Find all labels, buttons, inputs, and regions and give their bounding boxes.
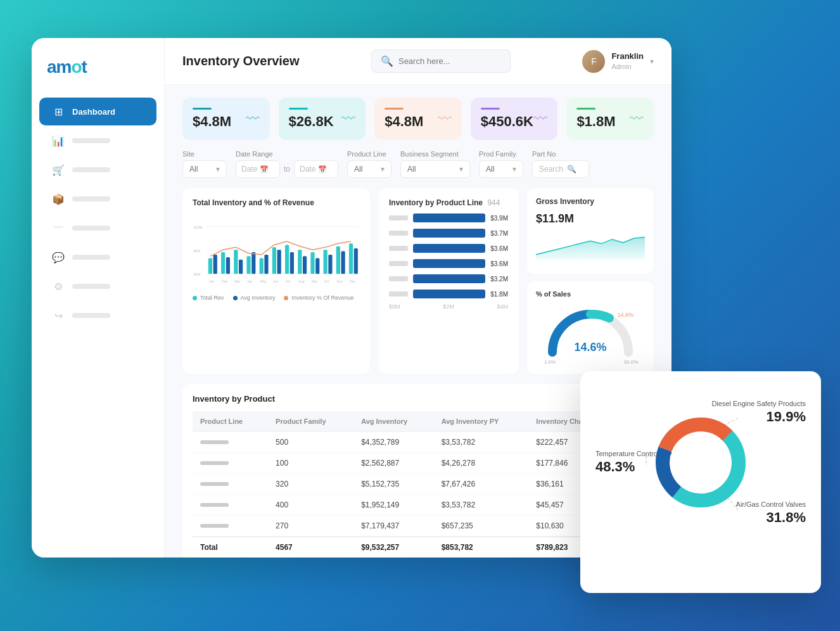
nav-line xyxy=(72,313,110,318)
svg-text:May: May xyxy=(260,279,267,283)
filter-site-select[interactable]: All ▾ xyxy=(182,160,227,178)
svg-rect-25 xyxy=(328,255,332,274)
date-from-input[interactable]: Date 📅 xyxy=(236,160,280,178)
svg-text:Sep: Sep xyxy=(311,279,317,283)
table-row: 400 $1,952,149 $3,53,782 $45,457 xyxy=(193,495,644,516)
filter-partno-search[interactable]: Search 🔍 xyxy=(532,160,589,178)
inventory-table: Product Line Product Family Avg Inventor… xyxy=(193,411,644,558)
th-product-family: Product Family xyxy=(268,411,353,432)
table-row: 270 $7,179,437 $657,235 $10,630 xyxy=(193,516,644,537)
filter-part-no: Part No Search 🔍 xyxy=(532,150,589,178)
svg-text:20.0%: 20.0% xyxy=(624,359,639,365)
sidebar-item-products[interactable]: 📦 xyxy=(39,185,156,213)
sidebar-item-trends[interactable]: 〰 xyxy=(39,214,156,242)
svg-text:Dec: Dec xyxy=(350,279,356,283)
svg-rect-12 xyxy=(246,256,250,274)
pl-bar-fill xyxy=(413,274,485,283)
search-input[interactable] xyxy=(398,56,501,66)
gross-inventory-title: Gross Inventory xyxy=(536,197,645,206)
kpi-left: $4.8M xyxy=(385,108,423,130)
filter-bs-label: Business Segment xyxy=(400,150,470,158)
table-body: 500 $4,352,789 $3,53,782 $222,457 100 $2… xyxy=(193,432,644,558)
kpi-card-1: $26.8K 〰 xyxy=(279,98,366,140)
sidebar-item-analytics[interactable]: 📊 xyxy=(39,127,156,155)
svg-rect-10 xyxy=(234,250,238,274)
donut-labels: Temperature Control Valves 48.3% Diesel … xyxy=(595,386,806,539)
products-icon: 📦 xyxy=(52,193,65,205)
sidebar-item-settings[interactable]: ⚙ xyxy=(39,272,156,300)
kpi-left: $1.8M xyxy=(576,108,615,130)
svg-rect-9 xyxy=(226,257,230,274)
svg-text:Jan: Jan xyxy=(209,279,215,283)
kpi-left: $26.8K xyxy=(289,108,334,130)
date-to-value: Date xyxy=(300,165,315,174)
analytics-icon: 📊 xyxy=(52,134,65,147)
cell-avg-inv-py: $3,53,782 xyxy=(434,432,529,453)
svg-text:Oct: Oct xyxy=(324,279,329,283)
chevron-down-icon: ▾ xyxy=(381,165,385,174)
pl-x-axis: $0M $2M $4M xyxy=(389,303,508,310)
filter-pf-select[interactable]: All ▾ xyxy=(479,160,523,178)
kpi-bar xyxy=(289,108,308,110)
kpi-value-2: $4.8M xyxy=(385,113,423,130)
sidebar-item-dashboard[interactable]: ⊞ Dashboard xyxy=(39,98,156,125)
sales-card: % of Sales 14.6% 1.0% xyxy=(527,281,654,374)
svg-text:Nov: Nov xyxy=(337,279,343,283)
svg-rect-23 xyxy=(315,258,319,274)
kpi-trend-icon-4: 〰 xyxy=(630,111,644,127)
cell-total-family: 4567 xyxy=(268,537,353,558)
svg-rect-27 xyxy=(341,252,345,274)
th-avg-inv: Avg Inventory xyxy=(353,411,434,432)
chevron-down-icon[interactable]: ▾ xyxy=(650,57,654,66)
sales-title: % of Sales xyxy=(536,290,645,298)
gross-inventory-value: $11.9M xyxy=(536,212,645,226)
search-bar[interactable]: 🔍 xyxy=(371,49,511,73)
nav-line xyxy=(72,196,110,201)
svg-rect-26 xyxy=(336,246,340,274)
dashboard-icon: ⊞ xyxy=(52,105,65,118)
svg-point-50 xyxy=(670,432,731,493)
cell-pl xyxy=(193,432,268,453)
nav-line xyxy=(72,138,110,143)
logout-icon: ↪ xyxy=(52,309,65,322)
kpi-value-4: $1.8M xyxy=(576,113,615,130)
sidebar-item-orders[interactable]: 🛒 xyxy=(39,156,156,184)
kpi-trend-icon-2: 〰 xyxy=(438,111,452,127)
table-row: 100 $2,562,887 $4,26,278 $177,846 xyxy=(193,453,644,474)
pl-bar-value-0: $3.9M xyxy=(490,215,508,222)
filter-pf-label: Prod Family xyxy=(479,150,523,158)
filter-partno-label: Part No xyxy=(532,150,589,158)
filter-pl-label: Product Line xyxy=(347,150,391,158)
filter-bs-select[interactable]: All ▾ xyxy=(400,160,470,178)
trends-icon: 〰 xyxy=(52,222,65,234)
svg-text:$5M: $5M xyxy=(194,249,201,253)
kpi-left: $450.6K xyxy=(481,108,533,130)
cell-family: 270 xyxy=(268,516,353,537)
svg-rect-7 xyxy=(213,255,217,274)
cell-family: 320 xyxy=(268,474,353,495)
gross-inventory-card: Gross Inventory $11.9M xyxy=(527,188,654,274)
sidebar-item-logout[interactable]: ↪ xyxy=(39,302,156,329)
product-line-title: Inventory by Product Line 944 xyxy=(389,198,508,207)
cell-avg-inv-py: $4,26,278 xyxy=(434,453,529,474)
svg-text:$10M: $10M xyxy=(194,226,203,229)
nav-line xyxy=(72,284,110,289)
filter-pl-select[interactable]: All ▾ xyxy=(347,160,391,178)
pl-bar-fill xyxy=(413,214,485,222)
table-total-row: Total 4567 $9,532,257 $853,782 $789,823 xyxy=(193,537,644,558)
filter-date-range: Date Range Date 📅 to Date 📅 xyxy=(236,150,338,178)
pl-bar-value-2: $3.6M xyxy=(490,245,508,252)
date-range-to: to xyxy=(284,165,290,174)
th-product-line: Product Line xyxy=(193,411,268,432)
bar-chart-svg: $10M $5M $0M xyxy=(193,214,360,296)
svg-rect-21 xyxy=(303,256,307,274)
date-to-input[interactable]: Date 📅 xyxy=(294,160,338,178)
cell-pl xyxy=(193,516,268,537)
sidebar-item-messages[interactable]: 💬 xyxy=(39,243,156,271)
kpi-trend-icon-1: 〰 xyxy=(341,111,355,127)
pl-bar-row-3: $3.6M xyxy=(389,259,508,268)
filter-business-segment: Business Segment All ▾ xyxy=(400,150,470,178)
svg-rect-22 xyxy=(310,252,314,274)
svg-text:Feb: Feb xyxy=(222,279,227,283)
table-row: 320 $5,152,735 $7,67,426 $36,161 xyxy=(193,474,644,495)
